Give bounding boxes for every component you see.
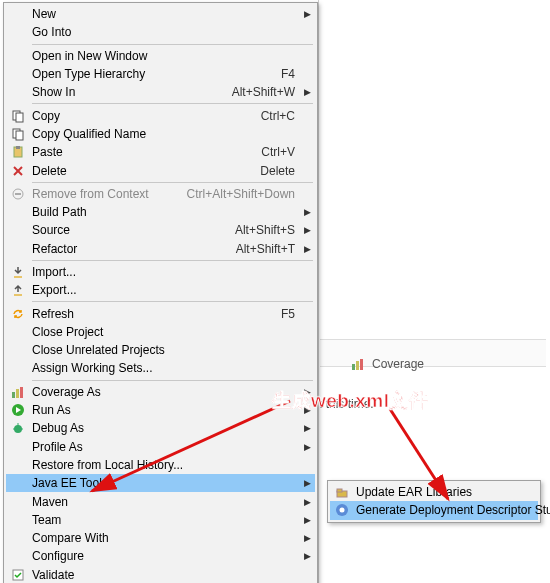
blank-icon [8,241,28,257]
chevron-right-icon: ▶ [303,551,311,561]
chevron-right-icon: ▶ [303,207,311,217]
context-menu-item-show-in[interactable]: Show InAlt+Shift+W▶ [6,83,315,101]
menu-item-label: Delete [28,164,254,178]
context-menu-item-import[interactable]: Import... [6,263,315,281]
svg-rect-1 [356,361,359,370]
menu-item-label: Debug As [28,421,303,435]
javaee-tools-submenu[interactable]: Update EAR LibrariesGenerate Deployment … [327,480,541,523]
chevron-right-icon: ▶ [303,442,311,452]
refresh-icon [8,306,28,322]
chevron-right-icon: ▶ [303,225,311,235]
context-menu-item-configure[interactable]: Configure▶ [6,547,315,565]
validate-icon [8,567,28,583]
context-menu-item-assign-working-sets[interactable]: Assign Working Sets... [6,359,315,377]
context-menu-item-copy[interactable]: CopyCtrl+C [6,106,315,124]
delete-icon [8,163,28,179]
context-menu-item-source[interactable]: SourceAlt+Shift+S▶ [6,221,315,239]
context-menu-item-coverage-as[interactable]: Coverage As▶ [6,383,315,401]
menu-item-label: Open Type Hierarchy [28,67,275,81]
menu-shortcut: Alt+Shift+S [229,223,303,237]
menu-item-label: Restore from Local History... [28,458,303,472]
coverage-tab[interactable]: Coverage [348,356,424,372]
svg-point-25 [340,508,345,513]
menu-item-label: Compare With [28,531,303,545]
blank-icon [8,204,28,220]
submenu-item-update-ear-libraries[interactable]: Update EAR Libraries [330,483,538,501]
context-menu-item-delete[interactable]: DeleteDelete [6,161,315,179]
copyq-icon [8,126,28,142]
context-menu-item-remove-from-context: Remove from ContextCtrl+Alt+Shift+Down [6,185,315,203]
context-menu-item-close-project[interactable]: Close Project [6,323,315,341]
svg-rect-13 [12,392,15,398]
context-menu-item-refactor[interactable]: RefactorAlt+Shift+T▶ [6,240,315,258]
svg-rect-23 [337,489,342,492]
context-menu-item-new[interactable]: New▶ [6,5,315,23]
paste-icon [8,144,28,160]
context-menu-item-debug-as[interactable]: Debug As▶ [6,419,315,437]
coverage-icon [348,356,368,372]
menu-shortcut: Delete [254,164,303,178]
context-menu-item-restore-from-local-history[interactable]: Restore from Local History... [6,456,315,474]
chevron-right-icon: ▶ [303,87,311,97]
debug-icon [8,420,28,436]
blank-icon [8,342,28,358]
menu-item-label: Show In [28,85,226,99]
coverage-label: Coverage [372,357,424,371]
context-menu-item-open-type-hierarchy[interactable]: Open Type HierarchyF4 [6,65,315,83]
menu-item-label: Copy [28,109,255,123]
context-menu-item-team[interactable]: Team▶ [6,511,315,529]
chevron-right-icon: ▶ [303,497,311,507]
chevron-right-icon: ▶ [303,478,311,488]
menu-separator [32,301,313,302]
svg-rect-15 [20,387,23,398]
menu-item-label: Profile As [28,440,303,454]
menu-separator [32,44,313,45]
menu-item-label: Copy Qualified Name [28,127,303,141]
svg-rect-6 [16,131,23,140]
menu-item-label: Open in New Window [28,49,303,63]
chevron-right-icon: ▶ [303,423,311,433]
context-menu-item-copy-qualified-name[interactable]: Copy Qualified Name [6,125,315,143]
blank-icon [8,324,28,340]
menu-item-label: Configure [28,549,303,563]
context-menu-item-export[interactable]: Export... [6,281,315,299]
menu-shortcut: Ctrl+V [255,145,303,159]
svg-rect-14 [16,389,19,398]
context-menu-item-maven[interactable]: Maven▶ [6,492,315,510]
export-icon [8,282,28,298]
context-menu-item-profile-as[interactable]: Profile As▶ [6,438,315,456]
context-menu-item-open-in-new-window[interactable]: Open in New Window [6,47,315,65]
svg-rect-0 [352,364,355,370]
context-menu[interactable]: New▶Go IntoOpen in New WindowOpen Type H… [3,2,318,583]
menu-separator [32,103,313,104]
context-menu-item-compare-with[interactable]: Compare With▶ [6,529,315,547]
coverage-icon [8,384,28,400]
context-menu-item-validate[interactable]: Validate [6,566,315,583]
menu-shortcut: F4 [275,67,303,81]
context-menu-item-run-as[interactable]: Run As▶ [6,401,315,419]
context-menu-item-java-ee-tools[interactable]: Java EE Tools▶ [6,474,315,492]
menu-separator [32,260,313,261]
context-menu-item-go-into[interactable]: Go Into [6,23,315,41]
blank-icon [8,84,28,100]
context-menu-item-build-path[interactable]: Build Path▶ [6,203,315,221]
context-menu-item-refresh[interactable]: RefreshF5 [6,304,315,322]
chevron-right-icon: ▶ [303,515,311,525]
menu-item-label: New [28,7,303,21]
svg-rect-2 [360,359,363,370]
menu-item-label: Paste [28,145,255,159]
menu-item-label: Remove from Context [28,187,181,201]
context-menu-item-paste[interactable]: PasteCtrl+V [6,143,315,161]
menu-item-label: Build Path [28,205,303,219]
chevron-right-icon: ▶ [303,533,311,543]
remove-icon [8,186,28,202]
submenu-item-generate-deployment-descriptor-stub[interactable]: Generate Deployment Descriptor Stub [330,501,538,519]
blank-icon [8,360,28,376]
menu-item-label: Team [28,513,303,527]
blank-icon [8,222,28,238]
menu-item-label: Close Unrelated Projects [28,343,303,357]
menu-item-label: Maven [28,495,303,509]
menu-item-label: Close Project [28,325,303,339]
context-menu-item-close-unrelated-projects[interactable]: Close Unrelated Projects [6,341,315,359]
menu-shortcut: Alt+Shift+W [226,85,303,99]
